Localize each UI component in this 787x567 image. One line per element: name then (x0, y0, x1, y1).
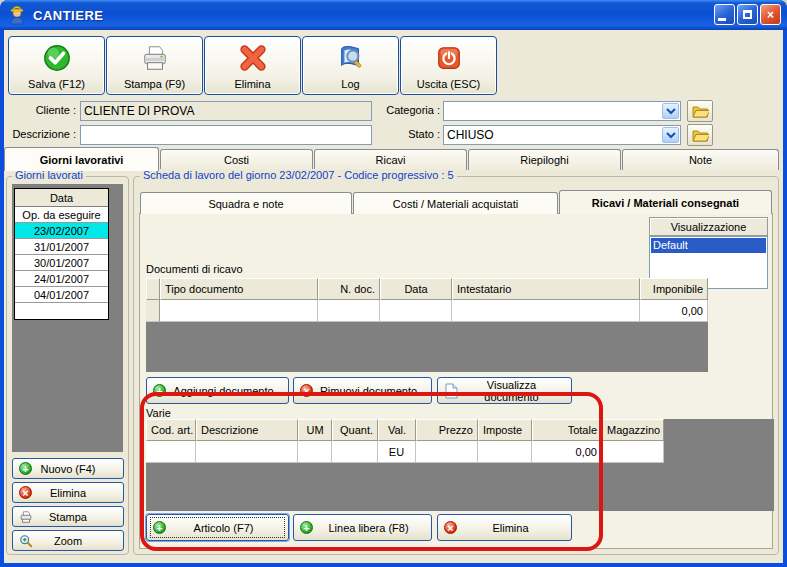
giorni-row[interactable]: 30/01/2007 (15, 255, 108, 271)
visualizza-documento-label: Visualizza documento (472, 379, 552, 403)
giorni-grid-panel: Data Op. da eseguire 23/02/2007 31/01/20… (12, 184, 123, 452)
stato-combo[interactable]: CHIUSO (443, 125, 681, 145)
aggiungi-documento-button[interactable]: + Aggiungi documento (146, 377, 289, 404)
col-descrizione[interactable]: Descrizione (196, 419, 298, 441)
exit-button-label: Uscita (ESC) (417, 78, 481, 90)
zoom-button-label: Zoom (54, 535, 82, 547)
col-um[interactable]: UM (298, 419, 332, 441)
delete-button[interactable]: Elimina (204, 36, 301, 95)
printer-icon (19, 510, 33, 524)
nuovo-button[interactable]: + Nuovo (F4) (12, 458, 124, 479)
tab-costi-materiali[interactable]: Costi / Materiali acquistati (353, 192, 558, 214)
categoria-combo[interactable] (443, 101, 681, 121)
close-button[interactable]: × (760, 4, 781, 25)
col-imponibile[interactable]: Imponibile (640, 278, 708, 300)
visualizzazione-item-default[interactable]: Default (651, 238, 766, 253)
col-quant[interactable]: Quant. (332, 419, 378, 441)
print-button-label: Stampa (F9) (124, 78, 185, 90)
tab-giorni-lavorativi[interactable]: Giorni lavorativi (4, 147, 159, 171)
x-circle-icon: × (300, 384, 313, 397)
linea-libera-button-label: Linea libera (F8) (328, 522, 408, 534)
giorni-grid[interactable]: Data Op. da eseguire 23/02/2007 31/01/20… (14, 188, 109, 320)
col-tipo-documento[interactable]: Tipo documento (160, 278, 318, 300)
tab-ricavi-materiali[interactable]: Ricavi / Materiali consegnati (559, 190, 772, 214)
varie-label: Varie (146, 407, 171, 419)
tab-ricavi[interactable]: Ricavi (314, 149, 467, 170)
elimina-sidebar-button[interactable]: × Elimina (12, 482, 124, 503)
giorni-row[interactable]: 31/01/2007 (15, 239, 108, 255)
col-imposte[interactable]: Imposte (478, 419, 532, 441)
visualizzazione-header[interactable]: Visualizzazione (649, 217, 768, 236)
giorni-row-selected[interactable]: 23/02/2007 (15, 223, 108, 239)
stampa-sidebar-button[interactable]: Stampa (12, 506, 124, 527)
giorni-row[interactable]: 24/01/2007 (15, 271, 108, 287)
descrizione-field[interactable] (80, 125, 372, 145)
save-button[interactable]: Salva (F12) (8, 36, 105, 95)
categoria-folder-button[interactable] (687, 100, 713, 122)
chevron-down-icon[interactable] (662, 103, 679, 119)
delete-button-label: Elimina (234, 78, 270, 90)
categoria-label: Categoria : (360, 104, 440, 116)
zoom-button[interactable]: Zoom (12, 530, 124, 551)
print-button[interactable]: Stampa (F9) (106, 36, 203, 95)
col-totale[interactable]: Totale (532, 419, 602, 441)
minimize-button[interactable] (714, 4, 735, 25)
nuovo-button-label: Nuovo (F4) (40, 463, 95, 475)
elimina-varie-button[interactable]: × Elimina (437, 514, 572, 541)
window-title: CANTIERE (33, 8, 103, 23)
documenti-data-row[interactable]: 0,00 (146, 300, 708, 322)
rimuovi-documento-button[interactable]: × Rimuovi documento (293, 377, 432, 404)
stato-label: Stato : (360, 128, 440, 140)
col-prezzo[interactable]: Prezzo (416, 419, 478, 441)
worker-app-icon (7, 5, 27, 25)
col-intestatario[interactable]: Intestatario (452, 278, 640, 300)
giorni-row[interactable]: Op. da eseguire (15, 207, 108, 223)
aggiungi-documento-label: Aggiungi documento (173, 385, 273, 397)
documenti-header-row: Tipo documento N. doc. Data Intestatario… (146, 278, 708, 300)
varie-header-row: Cod. art. Descrizione UM Quant. Val. Pre… (146, 419, 664, 441)
book-magnifier-icon (336, 43, 366, 73)
articolo-button[interactable]: + Articolo (F7) (146, 514, 289, 541)
articolo-button-label: Articolo (F7) (194, 522, 254, 534)
documenti-ricavo-label: Documenti di ricavo (146, 263, 243, 275)
giorni-grid-header[interactable]: Data (15, 189, 108, 207)
plus-circle-icon: + (19, 462, 32, 475)
cliente-label: Cliente : (0, 104, 76, 116)
giorni-row-empty[interactable] (15, 303, 108, 319)
imponibile-value: 0,00 (640, 300, 708, 322)
documenti-table-panel: Tipo documento N. doc. Data Intestatario… (146, 278, 708, 372)
col-magazzino[interactable]: Magazzino (602, 419, 664, 441)
app-window: CANTIERE × Salva (F12) Stampa (F9) (0, 0, 787, 567)
red-x-icon (238, 43, 268, 73)
x-circle-icon: × (444, 521, 457, 534)
check-circle-icon (42, 43, 72, 73)
chevron-down-icon[interactable] (662, 127, 679, 143)
varie-table[interactable]: Cod. art. Descrizione UM Quant. Val. Pre… (146, 419, 664, 463)
elimina-sidebar-button-label: Elimina (50, 487, 86, 499)
maximize-button[interactable] (737, 4, 758, 25)
visualizza-documento-button[interactable]: Visualizza documento (437, 377, 572, 404)
tab-note[interactable]: Note (622, 149, 779, 170)
col-n-doc[interactable]: N. doc. (318, 278, 380, 300)
rimuovi-documento-label: Rimuovi documento (320, 385, 417, 397)
stato-folder-button[interactable] (687, 124, 713, 146)
giorni-row[interactable]: 04/01/2007 (15, 287, 108, 303)
exit-button[interactable]: Uscita (ESC) (400, 36, 497, 95)
log-button[interactable]: Log (302, 36, 399, 95)
document-icon (444, 383, 459, 399)
linea-libera-button[interactable]: + Linea libera (F8) (293, 514, 432, 541)
cliente-field[interactable]: CLIENTE DI PROVA (80, 101, 372, 121)
folder-icon (692, 104, 709, 118)
magnifier-plus-icon (19, 534, 33, 548)
window-bottom-border (0, 563, 787, 567)
documenti-table[interactable]: Tipo documento N. doc. Data Intestatario… (146, 278, 708, 322)
col-cod-art[interactable]: Cod. art. (146, 419, 196, 441)
col-val[interactable]: Val. (378, 419, 416, 441)
tab-squadra-e-note[interactable]: Squadra e note (140, 192, 352, 214)
tab-riepiloghi[interactable]: Riepiloghi (468, 149, 621, 170)
col-data[interactable]: Data (380, 278, 452, 300)
tab-costi[interactable]: Costi (160, 149, 313, 170)
elimina-varie-button-label: Elimina (492, 522, 528, 534)
power-icon (434, 43, 464, 73)
varie-data-row[interactable]: EU 0,00 (146, 441, 664, 463)
